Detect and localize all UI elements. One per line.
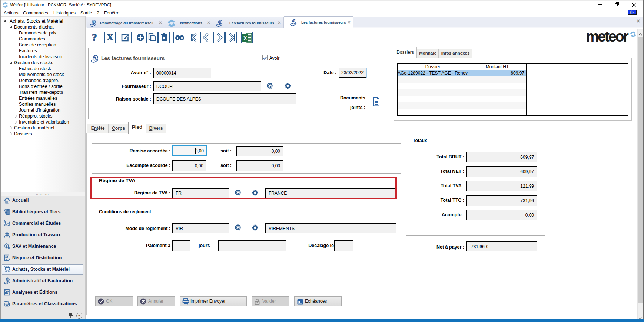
- svg-text:€: €: [293, 19, 295, 23]
- svg-text:€: €: [93, 20, 94, 24]
- svg-text:X: X: [243, 35, 247, 41]
- svg-text:€: €: [94, 55, 96, 59]
- svg-text:€: €: [219, 20, 221, 24]
